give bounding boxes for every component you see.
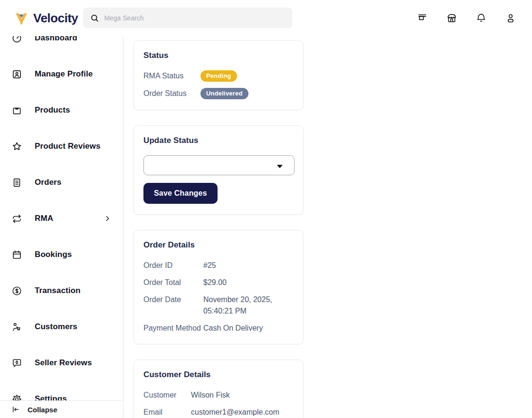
customer-email-value: customer1@example.com bbox=[191, 407, 294, 418]
logo-text: Velocity bbox=[33, 11, 78, 26]
top-header: Velocity bbox=[0, 0, 532, 36]
order-total-row: Order Total $29.00 bbox=[143, 277, 294, 288]
order-status-badge: Undelivered bbox=[200, 88, 248, 99]
sidebar-item-transaction[interactable]: Transaction bbox=[0, 273, 123, 309]
sidebar-item-label: RMA bbox=[35, 214, 53, 223]
chat-review-icon bbox=[11, 358, 22, 369]
order-details-card: Order Details Order ID #25 Order Total $… bbox=[133, 230, 304, 344]
payment-method-row: Payment Method Cash On Delivery bbox=[143, 323, 294, 333]
mega-search-bar[interactable] bbox=[83, 8, 292, 28]
sidebar-collapse-button[interactable]: Collapse bbox=[0, 400, 123, 418]
collapse-label: Collapse bbox=[28, 406, 57, 414]
customer-name-value: Wilson Fisk bbox=[191, 390, 294, 400]
customer-name-row: Customer Wilson Fisk bbox=[143, 390, 294, 400]
sidebar-item-rma[interactable]: RMA bbox=[0, 200, 123, 237]
sidebar-item-manage-profile[interactable]: Manage Profile bbox=[0, 56, 123, 92]
sidebar: Dashboard Manage Profile Products bbox=[0, 36, 124, 418]
header-icon-group bbox=[416, 0, 517, 36]
sidebar-item-label: Product Reviews bbox=[35, 142, 101, 151]
customer-details-card: Customer Details Customer Wilson Fisk Em… bbox=[133, 360, 304, 418]
rma-status-row: RMA Status Pending bbox=[143, 70, 294, 82]
chevron-right-icon[interactable] bbox=[103, 214, 112, 223]
customer-name-label: Customer bbox=[143, 390, 191, 400]
sidebar-item-bookings[interactable]: Bookings bbox=[0, 237, 123, 273]
user-icon[interactable] bbox=[504, 12, 517, 24]
sidebar-item-label: Products bbox=[35, 105, 70, 115]
status-card-title: Status bbox=[143, 51, 294, 60]
order-id-row: Order ID #25 bbox=[143, 260, 294, 271]
update-status-card: Update Status Save Changes bbox=[133, 125, 304, 215]
rma-status-label: RMA Status bbox=[143, 70, 200, 81]
velocity-logo[interactable]: Velocity bbox=[13, 10, 78, 26]
sidebar-item-label: Transaction bbox=[35, 286, 81, 295]
search-input[interactable] bbox=[104, 14, 285, 22]
status-card: Status RMA Status Pending Order Status U… bbox=[133, 40, 304, 110]
dollar-circle-icon bbox=[11, 285, 22, 296]
order-status-row: Order Status Undelivered bbox=[143, 88, 294, 99]
sidebar-item-label: Manage Profile bbox=[35, 69, 93, 79]
order-date-row: Order Date November 20, 2025, 05:40:21 P… bbox=[143, 294, 294, 316]
velocity-logo-icon bbox=[13, 10, 29, 26]
order-total-value: $29.00 bbox=[203, 277, 294, 288]
customer-email-label: Email bbox=[143, 407, 191, 418]
search-icon bbox=[90, 13, 99, 23]
storefront-counter-icon[interactable] bbox=[416, 12, 428, 24]
gauge-icon bbox=[11, 36, 22, 44]
customer-email-row: Email customer1@example.com bbox=[143, 407, 294, 418]
sidebar-item-label: Customers bbox=[35, 322, 77, 332]
customer-details-title: Customer Details bbox=[143, 370, 294, 380]
sidebar-item-products[interactable]: Products bbox=[0, 92, 123, 128]
person-cart-icon bbox=[11, 322, 22, 332]
sidebar-item-orders[interactable]: Orders bbox=[0, 164, 123, 200]
select-caret-icon bbox=[277, 165, 283, 168]
rma-status-badge: Pending bbox=[200, 70, 237, 82]
main-content: Status RMA Status Pending Order Status U… bbox=[124, 36, 532, 418]
order-id-label: Order ID bbox=[143, 260, 203, 271]
sidebar-item-label: Orders bbox=[35, 178, 61, 187]
sidebar-nav: Dashboard Manage Profile Products bbox=[0, 36, 123, 400]
document-icon bbox=[11, 177, 22, 188]
order-date-value: November 20, 2025, 05:40:21 PM bbox=[203, 294, 294, 316]
order-total-label: Order Total bbox=[143, 277, 203, 288]
update-status-title: Update Status bbox=[143, 136, 294, 145]
save-changes-button[interactable]: Save Changes bbox=[143, 183, 218, 204]
sidebar-item-settings[interactable]: Settings bbox=[0, 381, 123, 400]
sidebar-item-label: Settings bbox=[35, 394, 67, 400]
star-icon bbox=[11, 141, 22, 152]
sidebar-item-label: Dashboard bbox=[35, 36, 77, 43]
sidebar-item-seller-reviews[interactable]: Seller Reviews bbox=[0, 345, 123, 381]
payment-method-value: Cash On Delivery bbox=[203, 323, 294, 333]
box-icon bbox=[11, 105, 22, 116]
order-details-title: Order Details bbox=[143, 240, 294, 250]
order-date-label: Order Date bbox=[143, 294, 203, 305]
sidebar-item-customers[interactable]: Customers bbox=[0, 309, 123, 345]
collapse-arrow-icon bbox=[11, 405, 20, 414]
bell-icon[interactable] bbox=[475, 12, 487, 24]
order-id-link[interactable]: #25 bbox=[203, 260, 294, 271]
sidebar-item-label: Seller Reviews bbox=[35, 358, 92, 368]
sidebar-item-product-reviews[interactable]: Product Reviews bbox=[0, 128, 123, 164]
sidebar-item-label: Bookings bbox=[35, 250, 72, 259]
payment-method-label: Payment Method bbox=[143, 323, 203, 333]
swap-arrows-icon bbox=[11, 213, 22, 224]
order-status-label: Order Status bbox=[143, 88, 200, 99]
calendar-icon bbox=[11, 249, 22, 260]
id-card-icon bbox=[11, 69, 22, 80]
gear-icon bbox=[11, 394, 22, 401]
sidebar-item-dashboard[interactable]: Dashboard bbox=[0, 36, 123, 56]
store-icon[interactable] bbox=[446, 12, 458, 24]
status-select[interactable] bbox=[143, 155, 294, 175]
